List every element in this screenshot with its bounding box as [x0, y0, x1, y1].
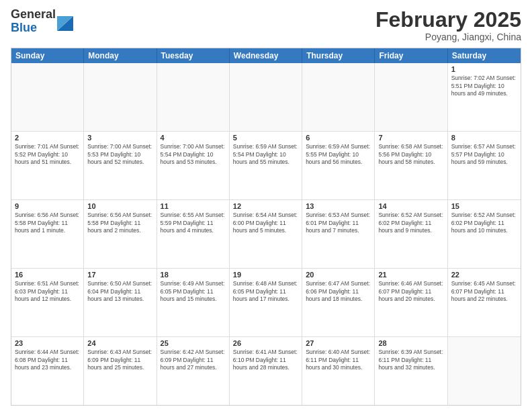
- day-info: Sunrise: 6:40 AM Sunset: 6:11 PM Dayligh…: [306, 349, 371, 371]
- day-number: 7: [378, 134, 443, 142]
- day-info: Sunrise: 6:50 AM Sunset: 6:04 PM Dayligh…: [87, 280, 152, 303]
- calendar-cell: [157, 63, 230, 131]
- location-subtitle: Poyang, Jiangxi, China: [375, 32, 521, 42]
- calendar-cell: [375, 63, 447, 131]
- day-number: 4: [161, 134, 226, 142]
- calendar-cell: 21Sunrise: 6:46 AM Sunset: 6:07 PM Dayli…: [375, 269, 447, 336]
- day-number: 6: [306, 134, 371, 142]
- day-info: Sunrise: 6:52 AM Sunset: 6:02 PM Dayligh…: [451, 212, 517, 234]
- calendar-cell: 18Sunrise: 6:49 AM Sunset: 6:05 PM Dayli…: [157, 269, 230, 336]
- day-number: 21: [378, 271, 443, 279]
- calendar-row: 1Sunrise: 7:02 AM Sunset: 5:51 PM Daylig…: [11, 63, 521, 132]
- calendar-cell: 4Sunrise: 7:00 AM Sunset: 5:54 PM Daylig…: [157, 132, 230, 199]
- calendar-cell: 9Sunrise: 6:56 AM Sunset: 5:58 PM Daylig…: [11, 200, 84, 268]
- day-number: 26: [233, 339, 298, 347]
- calendar-cell: 7Sunrise: 6:58 AM Sunset: 5:56 PM Daylig…: [375, 132, 447, 199]
- calendar-cell: 12Sunrise: 6:54 AM Sunset: 6:00 PM Dayli…: [230, 200, 302, 268]
- calendar-cell: 10Sunrise: 6:56 AM Sunset: 5:58 PM Dayli…: [84, 200, 157, 268]
- calendar-cell: 13Sunrise: 6:53 AM Sunset: 6:01 PM Dayli…: [302, 200, 375, 268]
- header: GeneralBlue February 2025 Poyang, Jiangx…: [11, 8, 521, 42]
- calendar: SundayMondayTuesdayWednesdayThursdayFrid…: [11, 48, 521, 406]
- day-info: Sunrise: 6:47 AM Sunset: 6:06 PM Dayligh…: [306, 280, 371, 303]
- day-number: 20: [306, 271, 371, 279]
- day-info: Sunrise: 6:59 AM Sunset: 5:55 PM Dayligh…: [306, 143, 371, 166]
- cal-header-day: Saturday: [448, 48, 521, 63]
- cal-header-day: Wednesday: [230, 48, 302, 63]
- day-number: 8: [451, 134, 517, 142]
- calendar-cell: 23Sunrise: 6:44 AM Sunset: 6:08 PM Dayli…: [11, 337, 84, 405]
- day-info: Sunrise: 7:00 AM Sunset: 5:53 PM Dayligh…: [87, 143, 152, 166]
- day-info: Sunrise: 6:55 AM Sunset: 5:59 PM Dayligh…: [161, 212, 226, 234]
- calendar-cell: 8Sunrise: 6:57 AM Sunset: 5:57 PM Daylig…: [448, 132, 521, 199]
- day-info: Sunrise: 6:45 AM Sunset: 6:07 PM Dayligh…: [451, 280, 517, 303]
- calendar-cell: 16Sunrise: 6:51 AM Sunset: 6:03 PM Dayli…: [11, 269, 84, 336]
- day-number: 25: [161, 339, 226, 347]
- calendar-cell: 28Sunrise: 6:39 AM Sunset: 6:11 PM Dayli…: [375, 337, 447, 405]
- logo-general: General: [11, 8, 56, 21]
- calendar-cell: 11Sunrise: 6:55 AM Sunset: 5:59 PM Dayli…: [157, 200, 230, 268]
- day-number: 13: [306, 202, 371, 210]
- day-number: 23: [15, 339, 80, 347]
- day-info: Sunrise: 6:57 AM Sunset: 5:57 PM Dayligh…: [451, 143, 517, 166]
- calendar-cell: 3Sunrise: 7:00 AM Sunset: 5:53 PM Daylig…: [84, 132, 157, 199]
- cal-header-day: Friday: [375, 48, 447, 63]
- day-info: Sunrise: 6:49 AM Sunset: 6:05 PM Dayligh…: [161, 280, 226, 303]
- calendar-cell: [302, 63, 375, 131]
- day-info: Sunrise: 6:41 AM Sunset: 6:10 PM Dayligh…: [233, 349, 298, 371]
- calendar-cell: 15Sunrise: 6:52 AM Sunset: 6:02 PM Dayli…: [448, 200, 521, 268]
- day-number: 10: [87, 202, 152, 210]
- calendar-cell: [84, 63, 157, 131]
- day-info: Sunrise: 6:59 AM Sunset: 5:54 PM Dayligh…: [233, 143, 298, 166]
- day-info: Sunrise: 7:00 AM Sunset: 5:54 PM Dayligh…: [161, 143, 226, 166]
- calendar-cell: [230, 63, 302, 131]
- day-number: 11: [161, 202, 226, 210]
- day-number: 16: [15, 271, 80, 279]
- calendar-cell: 6Sunrise: 6:59 AM Sunset: 5:55 PM Daylig…: [302, 132, 375, 199]
- calendar-body: 1Sunrise: 7:02 AM Sunset: 5:51 PM Daylig…: [11, 63, 521, 405]
- day-number: 9: [15, 202, 80, 210]
- day-info: Sunrise: 6:51 AM Sunset: 6:03 PM Dayligh…: [15, 280, 80, 303]
- day-info: Sunrise: 7:02 AM Sunset: 5:51 PM Dayligh…: [451, 75, 517, 97]
- day-number: 22: [451, 271, 517, 279]
- day-number: 18: [161, 271, 226, 279]
- day-number: 24: [87, 339, 152, 347]
- calendar-cell: 14Sunrise: 6:52 AM Sunset: 6:02 PM Dayli…: [375, 200, 447, 268]
- calendar-cell: 20Sunrise: 6:47 AM Sunset: 6:06 PM Dayli…: [302, 269, 375, 336]
- day-info: Sunrise: 6:42 AM Sunset: 6:09 PM Dayligh…: [161, 349, 226, 371]
- calendar-row: 23Sunrise: 6:44 AM Sunset: 6:08 PM Dayli…: [11, 337, 521, 405]
- day-info: Sunrise: 6:39 AM Sunset: 6:11 PM Dayligh…: [378, 349, 443, 371]
- page: GeneralBlue February 2025 Poyang, Jiangx…: [0, 0, 532, 411]
- calendar-cell: [11, 63, 84, 131]
- logo-icon: [57, 9, 73, 31]
- cal-header-day: Monday: [84, 48, 157, 63]
- day-info: Sunrise: 6:46 AM Sunset: 6:07 PM Dayligh…: [378, 280, 443, 303]
- calendar-cell: 24Sunrise: 6:43 AM Sunset: 6:09 PM Dayli…: [84, 337, 157, 405]
- day-number: 3: [87, 134, 152, 142]
- month-year-title: February 2025: [375, 8, 521, 32]
- calendar-cell: 17Sunrise: 6:50 AM Sunset: 6:04 PM Dayli…: [84, 269, 157, 336]
- cal-header-day: Thursday: [302, 48, 375, 63]
- day-info: Sunrise: 6:52 AM Sunset: 6:02 PM Dayligh…: [378, 212, 443, 234]
- day-number: 2: [15, 134, 80, 142]
- day-number: 28: [378, 339, 443, 347]
- calendar-cell: 19Sunrise: 6:48 AM Sunset: 6:05 PM Dayli…: [230, 269, 302, 336]
- calendar-row: 16Sunrise: 6:51 AM Sunset: 6:03 PM Dayli…: [11, 269, 521, 337]
- day-number: 5: [233, 134, 298, 142]
- day-number: 19: [233, 271, 298, 279]
- day-info: Sunrise: 6:54 AM Sunset: 6:00 PM Dayligh…: [233, 212, 298, 234]
- calendar-cell: 5Sunrise: 6:59 AM Sunset: 5:54 PM Daylig…: [230, 132, 302, 199]
- day-info: Sunrise: 6:44 AM Sunset: 6:08 PM Dayligh…: [15, 349, 80, 371]
- calendar-cell: [448, 337, 521, 405]
- calendar-cell: 1Sunrise: 7:02 AM Sunset: 5:51 PM Daylig…: [448, 63, 521, 131]
- day-info: Sunrise: 7:01 AM Sunset: 5:52 PM Dayligh…: [15, 143, 80, 166]
- calendar-cell: 22Sunrise: 6:45 AM Sunset: 6:07 PM Dayli…: [448, 269, 521, 336]
- day-info: Sunrise: 6:58 AM Sunset: 5:56 PM Dayligh…: [378, 143, 443, 166]
- day-number: 27: [306, 339, 371, 347]
- cal-header-day: Tuesday: [157, 48, 230, 63]
- day-info: Sunrise: 6:56 AM Sunset: 5:58 PM Dayligh…: [15, 212, 80, 234]
- logo-blue: Blue: [11, 21, 56, 35]
- day-info: Sunrise: 6:56 AM Sunset: 5:58 PM Dayligh…: [87, 212, 152, 234]
- calendar-row: 2Sunrise: 7:01 AM Sunset: 5:52 PM Daylig…: [11, 132, 521, 200]
- cal-header-day: Sunday: [11, 48, 84, 63]
- day-info: Sunrise: 6:53 AM Sunset: 6:01 PM Dayligh…: [306, 212, 371, 234]
